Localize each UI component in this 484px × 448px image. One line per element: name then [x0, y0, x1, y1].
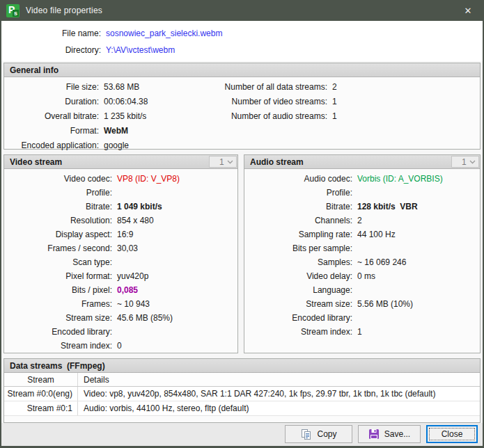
overall-bitrate-value: 1 235 kbit/s	[104, 111, 202, 121]
video-delay-label: Video delay:	[244, 271, 352, 281]
copy-button[interactable]: Copy	[285, 425, 352, 443]
video-stream-section: Video stream 1 Video codec: VP8 (ID: V_V…	[3, 154, 238, 353]
audio-stream-index-value: 1	[357, 327, 480, 337]
general-info-title: General info	[10, 65, 58, 75]
video-stream-size-label: Stream size:	[4, 313, 112, 323]
data-streams-table-header: Stream Details	[4, 373, 480, 387]
audio-bitrate-value: 128 kbit/s VBR	[357, 202, 480, 211]
samples-label: Samples:	[244, 257, 352, 267]
general-info-right-column: Number of all data streams: 2 Number of …	[202, 79, 480, 152]
audio-profile-label: Profile:	[244, 188, 352, 198]
button-bar: Copy Save... Close	[1, 423, 483, 446]
file-size-value: 53.68 MB	[104, 82, 202, 92]
encoded-application-label: Encoded application:	[4, 141, 99, 150]
save-button-label: Save...	[384, 429, 410, 439]
audio-codec-value: Vorbis (ID: A_VORBIS)	[357, 174, 480, 184]
display-aspect-label: Display aspect:	[4, 230, 112, 239]
close-button[interactable]: Close	[426, 425, 478, 443]
video-stream-index-row: Stream index: 0	[4, 339, 237, 353]
num-audio-streams-row: Number of audio streams: 1	[202, 109, 480, 123]
video-stream-index-label: Stream index:	[4, 341, 112, 351]
video-encoded-library-label: Encoded library:	[4, 327, 112, 337]
frames-per-second-row: Frames / second: 30,03	[4, 241, 237, 255]
num-video-streams-row: Number of video streams: 1	[202, 94, 480, 109]
video-codec-value: VP8 (ID: V_VP8)	[117, 174, 237, 184]
encoded-application-row: Encoded application: google	[4, 138, 202, 152]
video-stream-header: Video stream 1	[4, 155, 237, 169]
window-title: Video file properties	[26, 6, 102, 15]
duration-label: Duration:	[4, 97, 99, 106]
directory-value: Y:\AV\vctest\webm	[106, 45, 483, 55]
video-profile-row: Profile:	[4, 186, 237, 200]
num-data-streams-value: 2	[332, 82, 480, 92]
frames-label: Frames:	[4, 299, 112, 309]
audio-stream-selector-value: 1	[462, 157, 469, 167]
file-size-row: File size: 53.68 MB	[4, 79, 202, 94]
audio-codec-row: Audio codec: Vorbis (ID: A_VORBIS)	[244, 172, 480, 186]
directory-label: Directory:	[1, 45, 101, 55]
audio-stream-body: Audio codec: Vorbis (ID: A_VORBIS) Profi…	[244, 169, 480, 339]
directory-row: Directory: Y:\AV\vctest\webm	[1, 42, 483, 58]
general-info-body: File size: 53.68 MB Duration: 00:06:04.3…	[4, 77, 480, 152]
chevron-down-icon	[227, 160, 233, 164]
pixel-format-value: yuv420p	[117, 271, 237, 281]
general-info-left-column: File size: 53.68 MB Duration: 00:06:04.3…	[4, 79, 202, 152]
num-video-streams-value: 1	[332, 97, 480, 106]
stream-column-header: Stream	[4, 373, 78, 386]
file-size-label: File size:	[4, 82, 99, 92]
resolution-label: Resolution:	[4, 216, 112, 225]
video-bitrate-value: 1 049 kbit/s	[117, 202, 237, 211]
data-streams-section: Data streams (FFmpeg) Stream Details Str…	[3, 358, 481, 423]
close-icon[interactable]: ✕	[452, 0, 484, 21]
bits-per-pixel-label: Bits / pixel:	[4, 285, 112, 295]
frames-row: Frames: ~ 10 943	[4, 297, 237, 311]
save-button[interactable]: Save...	[358, 425, 421, 443]
video-delay-value: 0 ms	[357, 271, 480, 281]
channels-value: 2	[357, 216, 480, 225]
audio-stream-index-row: Stream index: 1	[244, 325, 480, 339]
audio-codec-label: Audio codec:	[244, 174, 352, 184]
pixel-format-label: Pixel format:	[4, 271, 112, 281]
video-stream-selector-value: 1	[219, 157, 227, 167]
audio-stream-index-label: Stream index:	[244, 327, 352, 337]
frames-value: ~ 10 943	[117, 299, 237, 309]
file-name-label: File name:	[1, 29, 101, 38]
audio-bitrate-label: Bitrate:	[244, 202, 352, 211]
video-stream-selector[interactable]: 1	[209, 156, 237, 168]
num-audio-streams-value: 1	[332, 111, 480, 121]
bits-per-sample-row: Bits per sample:	[244, 241, 480, 255]
video-codec-row: Video codec: VP8 (ID: V_VP8)	[4, 172, 237, 186]
sampling-rate-value: 44 100 Hz	[357, 230, 480, 239]
video-stream-size-value: 45.6 MB (85%)	[117, 313, 237, 323]
video-stream-size-row: Stream size: 45.6 MB (85%)	[4, 311, 237, 325]
audio-stream-size-row: Stream size: 5.56 MB (10%)	[244, 297, 480, 311]
dialog-body: File name: sosnowiec_park_sielecki.webm …	[1, 21, 483, 446]
details-column-header: Details	[78, 375, 480, 385]
video-profile-label: Profile:	[4, 188, 112, 198]
stream-details-cell: Video: vp8, yuv420p, 854x480, SAR 1:1 DA…	[78, 389, 480, 399]
data-stream-row-video[interactable]: Stream #0:0(eng) Video: vp8, yuv420p, 85…	[4, 387, 480, 401]
samples-row: Samples: ~ 16 069 246	[244, 255, 480, 269]
general-info-section: General info File size: 53.68 MB Duratio…	[3, 63, 481, 150]
bits-per-sample-label: Bits per sample:	[244, 243, 352, 253]
frames-per-second-label: Frames / second:	[4, 243, 112, 253]
chevron-down-icon	[469, 160, 476, 164]
num-video-streams-label: Number of video streams:	[202, 97, 327, 106]
title-bar[interactable]: P s Video file properties ✕	[0, 0, 484, 21]
display-aspect-value: 16:9	[117, 230, 237, 239]
pixel-format-row: Pixel format: yuv420p	[4, 269, 237, 283]
audio-stream-selector[interactable]: 1	[451, 156, 479, 168]
audio-stream-section: Audio stream 1 Audio codec: Vorbis (ID: …	[244, 154, 481, 353]
video-delay-row: Video delay: 0 ms	[244, 269, 480, 283]
copy-button-label: Copy	[317, 429, 336, 439]
duration-row: Duration: 00:06:04.38	[4, 94, 202, 109]
num-data-streams-label: Number of all data streams:	[202, 82, 327, 92]
format-label: Format:	[4, 126, 99, 136]
display-aspect-row: Display aspect: 16:9	[4, 227, 237, 241]
audio-encoded-library-row: Encoded library:	[244, 311, 480, 325]
audio-profile-row: Profile:	[244, 186, 480, 200]
data-stream-row-audio[interactable]: Stream #0:1 Audio: vorbis, 44100 Hz, ste…	[4, 401, 480, 416]
format-value: WebM	[104, 126, 202, 136]
audio-bitrate-row: Bitrate: 128 kbit/s VBR	[244, 200, 480, 214]
copy-icon	[300, 429, 312, 440]
